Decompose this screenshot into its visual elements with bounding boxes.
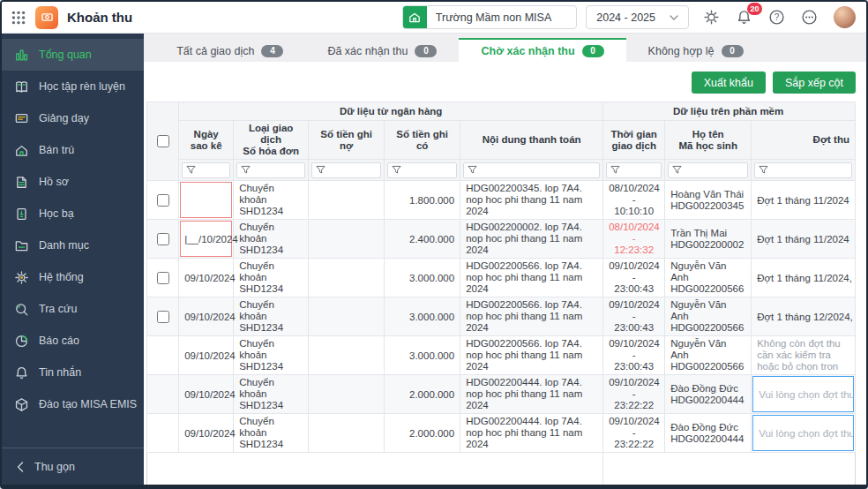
cell-transaction-time: 09/10/2024 -23:00:43 xyxy=(603,336,665,375)
cell-transaction-time: 08/10/2024 -12:23:32 xyxy=(603,220,665,259)
cell-transaction-type: Chuyển khoảnSHD1234 xyxy=(234,259,309,297)
group-header-bank: Dữ liệu từ ngân hàng xyxy=(179,102,603,121)
toolbar: Xuất khẩu Sắp xếp cột xyxy=(146,67,856,102)
col-header-time-line1: Thời gian xyxy=(609,129,659,140)
transcript-icon xyxy=(14,207,29,222)
help-icon[interactable]: ? xyxy=(768,9,786,26)
cell-statement-date: 09/10/2024 xyxy=(179,336,234,375)
cell-transaction-time: 09/10/2024 -23:22:22 xyxy=(603,375,665,414)
document-icon xyxy=(14,175,29,190)
sidebar-item-tin-nhan[interactable]: Tin nhắn xyxy=(2,357,144,388)
col-header-type-line1: Loại giao dịch xyxy=(239,123,303,146)
cell-transaction-time: 09/10/2024 -23:22:22 xyxy=(603,414,665,453)
sidebar-item-tong-quan[interactable]: Tổng quan xyxy=(2,39,144,71)
tab-da-xac-nhan-thu[interactable]: Đã xác nhận thu 0 xyxy=(305,38,459,62)
cell-payment-content: HDG002200345. lop 7A4. nop hoc phi thang… xyxy=(460,181,603,220)
gear-icon[interactable] xyxy=(703,9,721,26)
cell-transaction-type: Chuyển khoảnSHD1234 xyxy=(234,220,309,259)
table-row: Chuyển khoảnSHD1234 1.800.000 HDG0022003… xyxy=(147,181,856,220)
house-icon xyxy=(14,143,29,158)
sidebar-item-tra-cuu[interactable]: Tra cứu xyxy=(2,293,144,325)
col-header-batch: Đợt thu xyxy=(752,121,856,160)
row-checkbox-cell xyxy=(147,297,179,336)
sidebar-item-dao-tao-misa-emis[interactable]: Đào tạo MISA EMIS xyxy=(2,388,144,420)
sidebar-item-he-thong[interactable]: Hệ thống xyxy=(2,261,144,293)
sidebar-item-danh-muc[interactable]: Danh mục xyxy=(2,229,144,261)
sidebar-item-hoc-tap-ren-luyen[interactable]: Học tập rèn luyện xyxy=(2,71,144,102)
cell-statement-date: 09/10/2024 xyxy=(179,297,234,336)
filter-name[interactable] xyxy=(668,162,748,178)
filter-batch[interactable] xyxy=(754,162,852,178)
filter-cell xyxy=(179,160,234,181)
cell-batch-select[interactable]: Vui lòng chọn đợt thu xyxy=(752,375,856,414)
sidebar-item-ban-tru[interactable]: Bán trú xyxy=(2,134,144,166)
tab-cho-xac-nhan-thu[interactable]: Chờ xác nhận thu 0 xyxy=(459,38,625,62)
cell-statement-date[interactable]: |__/10/2024 xyxy=(179,220,234,259)
school-selector[interactable]: Trường Mầm non MISA xyxy=(402,5,577,29)
topbar-icons: 20 ? xyxy=(703,6,856,28)
sidebar-item-ho-so[interactable]: Hồ sơ xyxy=(2,166,144,198)
filter-type[interactable] xyxy=(236,162,305,178)
tab-count-badge: 4 xyxy=(261,45,283,57)
select-all-checkbox[interactable] xyxy=(157,135,169,147)
cell-transaction-type: Chuyển khoảnSHD1234 xyxy=(234,297,309,336)
sidebar-item-giang-day[interactable]: Giảng dạy xyxy=(2,102,144,134)
tab-khong-hop-le[interactable]: Không hợp lệ 0 xyxy=(626,38,766,62)
filter-time[interactable] xyxy=(606,162,662,178)
cell-payment-content: HDG002200566. lop 7A4. nop hoc phi thang… xyxy=(460,297,603,336)
date-input-invalid[interactable] xyxy=(180,182,232,218)
row-checkbox[interactable] xyxy=(157,194,169,207)
folder-icon xyxy=(14,238,29,253)
empty-left-pane xyxy=(147,453,603,489)
cell-batch-select[interactable]: Vui lòng chọn đợt thu xyxy=(752,414,856,453)
sidebar-item-bao-cao[interactable]: Báo cáo xyxy=(2,325,144,357)
tab-count-badge: 0 xyxy=(722,45,744,57)
row-checkbox[interactable] xyxy=(157,233,169,245)
filter-credit[interactable] xyxy=(387,162,457,178)
school-icon xyxy=(403,5,427,29)
table-row: 09/10/2024 Chuyển khoảnSHD1234 3.000.000… xyxy=(147,259,856,297)
cell-credit: 3.000.000 xyxy=(385,297,460,336)
cell-batch: Đợt 1 tháng 11/2024, Đợt 1 xyxy=(752,259,856,297)
row-checkbox[interactable] xyxy=(157,311,169,323)
batch-select-placeholder[interactable]: Vui lòng chọn đợt thu xyxy=(752,376,854,412)
filter-debit[interactable] xyxy=(311,162,381,178)
filter-cell xyxy=(309,160,385,181)
cell-batch: Đợt 1 tháng 12/2024, Đợt 1 xyxy=(752,297,856,336)
table-row: 09/10/2024 Chuyển khoảnSHD1234 2.000.000… xyxy=(147,375,856,414)
export-button[interactable]: Xuất khẩu xyxy=(692,71,766,94)
filter-cell xyxy=(603,160,665,181)
filter-date[interactable] xyxy=(182,162,230,178)
cell-statement-date[interactable] xyxy=(179,181,234,220)
book-icon xyxy=(14,79,29,94)
cell-statement-date: 09/10/2024 xyxy=(179,375,234,414)
sidebar: Tổng quan Học tập rèn luyện Giảng dạy Bá… xyxy=(2,34,144,485)
cell-transaction-time: 09/10/2024 -23:00:43 xyxy=(603,259,665,297)
bell-icon[interactable]: 20 xyxy=(736,9,753,26)
filter-content[interactable] xyxy=(463,162,600,178)
school-year-dropdown[interactable]: 2024 - 2025 xyxy=(586,5,689,29)
table-row: |__/10/2024 Chuyển khoảnSHD1234 2.400.00… xyxy=(147,220,856,259)
tab-label: Chờ xác nhận thu xyxy=(481,45,574,57)
cell-batch-note: Không còn đợt thu cần xác kiểm tra hoặc … xyxy=(752,336,856,375)
chevron-left-icon xyxy=(17,462,24,472)
row-checkbox[interactable] xyxy=(157,272,169,284)
sidebar-item-label: Đào tạo MISA EMIS xyxy=(39,398,137,410)
tab-label: Không hợp lệ xyxy=(648,45,715,57)
cell-credit: 1.800.000 xyxy=(385,181,460,220)
filter-row xyxy=(147,160,856,181)
date-input-editing[interactable]: |__/10/2024 xyxy=(180,221,232,257)
cell-transaction-time: 09/10/2024 -23:00:43 xyxy=(603,297,665,336)
sidebar-item-hoc-ba[interactable]: Học bạ xyxy=(2,198,144,229)
more-options-icon[interactable] xyxy=(801,9,819,26)
cell-batch: Đợt 1 tháng 11/2024 xyxy=(752,181,856,220)
arrange-columns-button[interactable]: Sắp xếp cột xyxy=(773,71,856,94)
user-avatar[interactable] xyxy=(834,6,856,28)
search-icon xyxy=(14,302,29,317)
row-checkbox-cell xyxy=(147,181,179,220)
cell-student: Đào Đồng ĐứcHDG002200444 xyxy=(665,414,752,453)
sidebar-collapse-button[interactable]: Thu gọn xyxy=(2,448,144,485)
batch-select-placeholder[interactable]: Vui lòng chọn đợt thu xyxy=(752,415,854,451)
tab-tat-ca-giao-dich[interactable]: Tất cả giao dịch 4 xyxy=(154,38,305,62)
app-grid-icon[interactable] xyxy=(11,10,26,26)
